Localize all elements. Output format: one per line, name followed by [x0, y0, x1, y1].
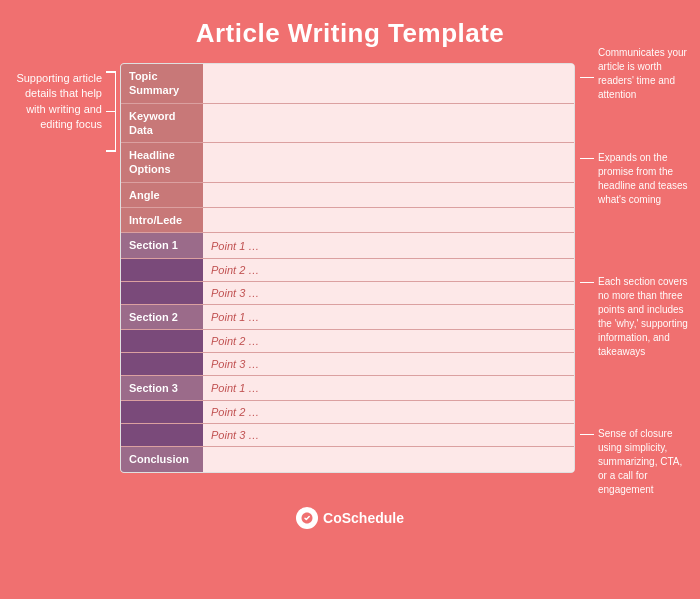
row-label-keyword-data: Keyword Data [121, 104, 203, 143]
footer: CoSchedule [296, 507, 404, 529]
row-label-s1-empty1 [121, 259, 203, 281]
row-label-section2: Section 2 [121, 305, 203, 329]
row-label-s2-empty1 [121, 330, 203, 352]
row-label-conclusion: Conclusion [121, 447, 203, 471]
left-annotation: Supporting article details that help wit… [10, 63, 120, 152]
right-ann-block-3: Each section covers no more than three p… [580, 275, 690, 359]
left-bracket [106, 71, 116, 152]
row-content-angle [203, 183, 574, 207]
table-row: Point 2 … [121, 259, 574, 282]
table-row: Keyword Data [121, 104, 574, 144]
right-dash-3 [580, 282, 594, 283]
left-vert-line [115, 73, 117, 111]
row-content-conclusion [203, 447, 574, 471]
left-vert-line2 [115, 112, 117, 150]
row-content-s1p1: Point 1 … [203, 233, 574, 257]
article-table: Topic Summary Keyword Data Headline Opti… [120, 63, 575, 473]
right-ann-block-4: Sense of closure using simplicity, summa… [580, 427, 690, 497]
page-title: Article Writing Template [196, 18, 505, 49]
row-label-section3: Section 3 [121, 376, 203, 400]
row-label-s3-empty1 [121, 401, 203, 423]
table-row: Intro/Lede [121, 208, 574, 233]
row-label-topic-summary: Topic Summary [121, 64, 203, 103]
row-content-headline [203, 143, 574, 182]
table-row: Point 3 … [121, 424, 574, 447]
table-row: Topic Summary [121, 64, 574, 104]
right-spacer-3 [580, 359, 690, 427]
table-row: Conclusion [121, 447, 574, 471]
table-row: Point 3 … [121, 282, 574, 305]
row-content-s3p3: Point 3 … [203, 424, 574, 446]
row-content-s2p1: Point 1 … [203, 305, 574, 329]
left-bot-dash [106, 150, 116, 152]
right-text-2: Expands on the promise from the headline… [598, 151, 690, 207]
row-content-topic-summary [203, 64, 574, 103]
row-content-s3p1: Point 1 … [203, 376, 574, 400]
right-ann-block-2: Expands on the promise from the headline… [580, 151, 690, 207]
right-spacer-1 [580, 85, 690, 151]
coschedule-icon [296, 507, 318, 529]
row-label-intro: Intro/Lede [121, 208, 203, 232]
row-label-s3-empty2 [121, 424, 203, 446]
table-row: Point 3 … [121, 353, 574, 376]
table-row: Headline Options [121, 143, 574, 183]
row-content-s1p2: Point 2 … [203, 259, 574, 281]
right-spacer-2 [580, 207, 690, 275]
right-dash-1 [580, 77, 594, 78]
row-content-s3p2: Point 2 … [203, 401, 574, 423]
row-label-headline: Headline Options [121, 143, 203, 182]
row-label-s1-empty2 [121, 282, 203, 304]
row-content-intro [203, 208, 574, 232]
main-area: Supporting article details that help wit… [0, 63, 700, 497]
row-content-s1p3: Point 3 … [203, 282, 574, 304]
left-annotation-text: Supporting article details that help wit… [10, 71, 102, 133]
right-text-3: Each section covers no more than three p… [598, 275, 690, 359]
right-dash-2 [580, 158, 594, 159]
right-dash-4 [580, 434, 594, 435]
table-row: Section 3 Point 1 … [121, 376, 574, 401]
row-label-section1: Section 1 [121, 233, 203, 257]
table-row: Point 2 … [121, 401, 574, 424]
right-annotations: Communicates your article is worth reade… [575, 63, 690, 497]
right-ann-block-1: Communicates your article is worth reade… [580, 63, 690, 85]
table-row: Section 1 Point 1 … [121, 233, 574, 258]
brand-name: CoSchedule [323, 510, 404, 526]
table-row: Point 2 … [121, 330, 574, 353]
row-content-s2p3: Point 3 … [203, 353, 574, 375]
row-content-s2p2: Point 2 … [203, 330, 574, 352]
row-content-keyword-data [203, 104, 574, 143]
table-row: Angle [121, 183, 574, 208]
right-text-4: Sense of closure using simplicity, summa… [598, 427, 690, 497]
row-label-angle: Angle [121, 183, 203, 207]
table-body: Topic Summary Keyword Data Headline Opti… [121, 64, 574, 472]
table-row: Section 2 Point 1 … [121, 305, 574, 330]
row-label-s2-empty2 [121, 353, 203, 375]
footer-logo: CoSchedule [296, 507, 404, 529]
